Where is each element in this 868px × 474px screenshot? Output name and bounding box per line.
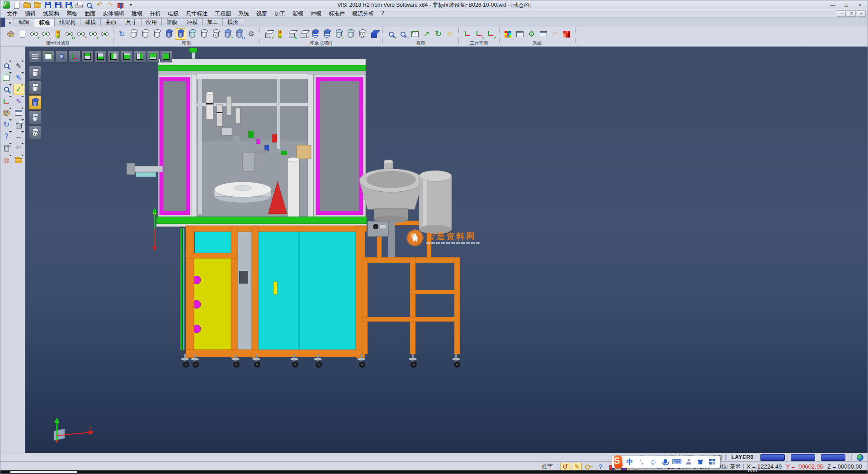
view-isometric[interactable] xyxy=(160,50,172,62)
mode-transparent[interactable] xyxy=(29,110,41,124)
ime-toolbox[interactable] xyxy=(708,458,716,466)
menu-item-尺寸标注[interactable]: 尺寸标注 xyxy=(182,9,211,18)
toolbar-config[interactable] xyxy=(538,28,549,40)
menu-item-电极[interactable]: 电极 xyxy=(164,9,182,18)
tab-加工[interactable]: 加工 xyxy=(202,18,223,26)
ime-voice[interactable] xyxy=(661,458,669,466)
validate-shading[interactable]: ✓ xyxy=(333,28,344,40)
visibility-manager[interactable] xyxy=(52,28,63,40)
advanced-hatch[interactable] xyxy=(357,28,368,40)
color-swatch-2[interactable] xyxy=(791,454,815,461)
menu-item-分析[interactable]: 分析 xyxy=(146,9,164,18)
refresh-render[interactable]: ↻ xyxy=(286,28,297,40)
mdi-minimize-button[interactable]: — xyxy=(837,10,846,17)
zoom-window[interactable]: ▪ xyxy=(397,28,409,40)
system-settings[interactable]: ⚙ xyxy=(526,28,537,40)
view-front[interactable] xyxy=(121,50,133,62)
striped-shading-a[interactable] xyxy=(310,28,321,40)
ime-punctuation[interactable]: ’, xyxy=(637,458,646,466)
view-back[interactable] xyxy=(147,50,159,62)
regenerate-graphics[interactable]: ↻ xyxy=(116,28,127,40)
view-bottom[interactable] xyxy=(94,50,107,62)
tab-标准[interactable]: 标准 xyxy=(34,18,55,27)
hidden-line-mode[interactable] xyxy=(140,28,151,40)
lock-toggle[interactable]: 拴牢 xyxy=(540,463,554,470)
flat-mode[interactable] xyxy=(198,28,210,40)
context-help[interactable]: ? xyxy=(595,463,605,471)
mode-shaded[interactable] xyxy=(29,95,41,109)
ime-emoji[interactable]: ☺ xyxy=(649,458,657,466)
edit-entity[interactable]: ✎ xyxy=(13,60,24,71)
zoom-dynamic[interactable]: + xyxy=(1,84,12,95)
view-left[interactable] xyxy=(108,50,120,62)
attribute-manager[interactable] xyxy=(514,28,525,40)
ime-sogou-logo[interactable]: S xyxy=(614,458,622,466)
tab-曲面[interactable]: 曲面 xyxy=(100,18,121,26)
wireframe-mode[interactable] xyxy=(128,28,139,40)
quick-edit[interactable]: ✎ xyxy=(572,463,582,471)
print-preview[interactable] xyxy=(85,1,94,9)
show-all[interactable]: + xyxy=(87,28,99,40)
mdi-restore-button[interactable]: □ xyxy=(847,10,856,17)
menu-item-塑模[interactable]: 塑模 xyxy=(289,9,307,18)
menu-item-网格[interactable]: 网格 xyxy=(63,9,81,18)
delete-entity[interactable] xyxy=(1,142,12,154)
toggle-render[interactable]: ± xyxy=(298,28,309,40)
menu-item-文件[interactable]: 文件 xyxy=(3,9,21,18)
print[interactable] xyxy=(74,1,84,9)
view-right[interactable] xyxy=(134,50,146,62)
move-ucs[interactable] xyxy=(1,95,12,107)
help[interactable]: ? xyxy=(1,131,12,142)
graphics-settings[interactable]: ⚙ xyxy=(245,28,257,40)
taskbar-item[interactable] xyxy=(10,471,77,473)
tab-线架构[interactable]: 线架构 xyxy=(54,18,80,26)
menu-item-?[interactable]: ? xyxy=(377,9,388,18)
tab-应用[interactable]: 应用 xyxy=(141,18,162,26)
ime-account[interactable] xyxy=(684,458,693,466)
menu-item-加工[interactable]: 加工 xyxy=(271,9,289,18)
visi-app-logo[interactable]: V xyxy=(1,1,11,9)
zoom-fit[interactable] xyxy=(42,50,54,62)
close-button[interactable]: × xyxy=(853,1,867,9)
zoom-extents[interactable]: ↗ xyxy=(421,28,432,40)
window-layout[interactable] xyxy=(13,107,24,118)
tab-塑膜[interactable]: 塑膜 xyxy=(161,18,182,26)
navigation-wheel[interactable]: ◎ xyxy=(1,154,12,166)
color-table[interactable] xyxy=(502,28,514,40)
undo[interactable]: ↶ xyxy=(95,1,104,9)
workplane-align[interactable]: ↗ xyxy=(485,28,496,40)
hide-entities[interactable]: − xyxy=(40,28,52,40)
color-swatch-1[interactable] xyxy=(760,454,785,461)
save-as[interactable]: • xyxy=(53,1,63,9)
mode-hidden-line[interactable] xyxy=(29,81,41,95)
layer-palette[interactable] xyxy=(1,107,12,118)
draw-spline[interactable]: ✎ xyxy=(13,95,24,107)
tab-模流[interactable]: 模流 xyxy=(222,18,243,26)
workplane-define[interactable] xyxy=(462,28,473,40)
selection-filter[interactable]: ☞ xyxy=(549,28,561,40)
new-file[interactable] xyxy=(12,1,21,9)
rotate-display-style[interactable]: ↻ xyxy=(234,28,245,40)
view-list-menu[interactable] xyxy=(29,50,41,62)
menu-item-实体编辑[interactable]: 实体编辑 xyxy=(99,9,128,18)
tab-建模[interactable]: 建模 xyxy=(80,18,101,26)
tab-dropdown-button[interactable]: ▼ xyxy=(6,19,14,27)
view-top[interactable] xyxy=(81,50,94,62)
fit-selection[interactable] xyxy=(1,72,12,83)
menu-item-冲模[interactable]: 冲模 xyxy=(307,9,325,18)
workplane-edit[interactable]: ✎ xyxy=(473,28,485,40)
compress[interactable] xyxy=(116,1,125,9)
mode-wireframe[interactable] xyxy=(29,66,41,80)
add-render-entities[interactable]: + xyxy=(263,28,274,40)
apply-confirm[interactable]: ✓ xyxy=(13,84,24,95)
shading-sheet[interactable]: ▪ xyxy=(345,28,356,40)
mdi-close-button[interactable]: × xyxy=(857,10,866,17)
menu-item-编辑[interactable]: 编辑 xyxy=(21,9,39,18)
undo-operation[interactable]: ↶ xyxy=(13,142,24,154)
grid-table[interactable] xyxy=(561,28,572,40)
redo[interactable]: ↷ xyxy=(105,1,115,9)
minimize-button[interactable]: — xyxy=(826,1,840,9)
rotate-view[interactable]: ↻ xyxy=(433,28,444,40)
save-all[interactable]: ↻ xyxy=(64,1,73,9)
render-visibility[interactable] xyxy=(274,28,286,40)
